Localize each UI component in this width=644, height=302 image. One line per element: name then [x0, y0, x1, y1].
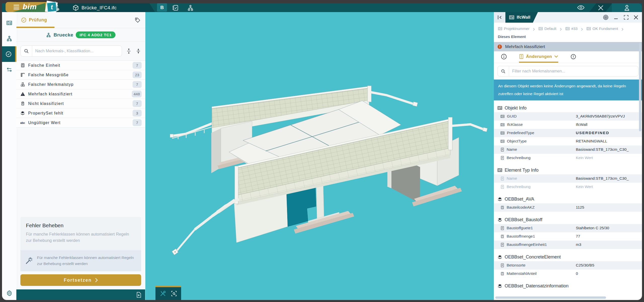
- close-icon[interactable]: [633, 15, 638, 20]
- breadcrumb-item-current[interactable]: Dieses Element: [498, 33, 526, 40]
- unfold-collapse-icon[interactable]: [136, 48, 141, 54]
- sidebar-item-model[interactable]: [2, 15, 16, 31]
- property-row[interactable]: GUID 3_AKRk8V58AB87jrzeVPVJ: [494, 112, 642, 121]
- property-row[interactable]: Baustoffmenge1 77: [494, 232, 642, 241]
- property-row[interactable]: Betonsorte C25/30/B5: [494, 261, 642, 270]
- count-badge: 7: [133, 119, 142, 126]
- model-name[interactable]: Bruecke: [54, 32, 73, 38]
- wall-icon: [500, 114, 505, 119]
- section-oebbset-baustoff: OEBBset_Baustoff Baustoffguete1 Stahlbet…: [494, 216, 642, 249]
- plusminus-doc-icon: [519, 54, 524, 59]
- property-row[interactable]: MattenstahlAnteil 0: [494, 270, 642, 278]
- cube-icon: [72, 5, 79, 11]
- property-row[interactable]: Name Basiswand:STB_173cm_C30_: [494, 145, 642, 154]
- file-download-icon[interactable]: [136, 292, 142, 298]
- breadcrumb-item[interactable]: Projektnummer: [498, 25, 530, 32]
- horizontal-scrollbar[interactable]: [495, 296, 606, 299]
- document-icon: [500, 243, 504, 247]
- chevron-right-icon: [560, 28, 562, 31]
- search-icon[interactable]: [21, 46, 32, 56]
- property-row[interactable]: ObjectType RETAININGWALL: [494, 137, 642, 145]
- list-item-falscher-merkmalstyp[interactable]: Falscher Merkmalstyp 7: [16, 80, 145, 89]
- property-row[interactable]: Beschreibung Kein Wert: [494, 183, 642, 191]
- b-badge[interactable]: B: [157, 3, 167, 12]
- account-button[interactable]: [612, 3, 642, 12]
- list-item-falsche-einheit[interactable]: Falsche Einheit 7: [16, 61, 145, 70]
- section-header[interactable]: OEBBset_ConcreteElement: [494, 253, 642, 261]
- sidebar-item-mapping[interactable]: [2, 62, 16, 78]
- app-logo[interactable]: bim t: [6, 2, 63, 12]
- hierarchy-icon[interactable]: [187, 5, 194, 11]
- scan-search-icon[interactable]: [171, 291, 177, 296]
- tools-icon[interactable]: [160, 290, 166, 297]
- section-element-typ-info: Element Typ Info Name Basiswand:STB_173c…: [494, 166, 642, 191]
- property-row[interactable]: Name Basiswand:STB_173cm_C30_: [494, 174, 642, 183]
- minimize-icon[interactable]: [613, 15, 619, 20]
- hamburger-icon[interactable]: [13, 5, 20, 10]
- list-item-propertyset-fehlt[interactable]: PropertySet fehlt 3: [16, 108, 145, 118]
- check-seal-icon: [21, 17, 27, 23]
- property-filter-input[interactable]: [509, 69, 638, 73]
- list-item-ungueltiger-wert[interactable]: abc Ungültiger Wert 7: [16, 118, 145, 128]
- wall-icon: [509, 15, 514, 20]
- breadcrumb-item[interactable]: Default: [538, 25, 556, 32]
- vertical-scrollbar[interactable]: [639, 43, 641, 131]
- tab-aenderungen-label: Änderungen: [526, 54, 552, 59]
- box-x-icon: [20, 101, 25, 106]
- section-header[interactable]: OEBBset_Datensatzinformation: [494, 282, 642, 290]
- error-class-list: Falsche Einheit 7 Falsche Messgröße 23 F…: [16, 60, 145, 128]
- section-oebbset-concreteelement: OEBBset_ConcreteElement Betonsorte C25/3…: [494, 253, 642, 278]
- abc-icon: abc: [20, 121, 25, 124]
- section-header[interactable]: Element Typ Info: [494, 166, 642, 174]
- checklist-icon[interactable]: [172, 5, 179, 11]
- calculator-icon: [500, 272, 504, 276]
- search-icon[interactable]: [498, 66, 509, 76]
- tag-icon[interactable]: [135, 17, 141, 23]
- rules-notice: An diesem Objekt werden keine Änderungen…: [494, 80, 642, 100]
- tab-pruefung[interactable]: Prüfung: [21, 17, 47, 23]
- left-sidebar: [2, 12, 16, 300]
- property-row[interactable]: Beschreibung Kein Wert: [494, 154, 642, 162]
- pruefung-panel: Prüfung Bruecke IFC 4 ADD2 TC1: [16, 12, 145, 300]
- sidebar-item-structure[interactable]: [2, 31, 16, 46]
- property-row[interactable]: BauteilcodeAKZ 1125: [494, 203, 642, 212]
- section-header[interactable]: Objekt Info: [494, 104, 642, 112]
- layers-icon: [20, 111, 25, 116]
- bridge-model[interactable]: [145, 12, 494, 300]
- property-row[interactable]: Baustoffguete1 Stahlbeton C 25/30: [494, 224, 642, 232]
- document-icon: [500, 176, 504, 181]
- list-item-nicht-klassifiziert[interactable]: Nicht klassifiziert 7: [16, 99, 145, 108]
- close-window-button[interactable]: [589, 3, 612, 12]
- fortsetzen-button[interactable]: Fortsetzen: [20, 274, 141, 286]
- unfold-expand-icon[interactable]: [126, 48, 132, 54]
- collapse-left-icon[interactable]: [494, 12, 505, 23]
- settings-button[interactable]: [2, 290, 16, 296]
- active-tab-underline: [16, 27, 55, 28]
- chevron-down-icon: [554, 55, 558, 58]
- target-icon[interactable]: [603, 14, 609, 20]
- breadcrumb-item[interactable]: #33: [565, 25, 578, 32]
- section-header[interactable]: OEBBset_Baustoff: [494, 216, 642, 224]
- eye-icon[interactable]: [577, 5, 585, 10]
- tab-warnings[interactable]: [570, 51, 576, 63]
- list-item-mehrfach-klassifiziert[interactable]: Mehrfach klassifiziert 448: [16, 89, 145, 99]
- breadcrumb-item[interactable]: OK Fundament: [586, 25, 618, 32]
- count-badge: 448: [132, 91, 142, 97]
- count-badge: 3: [133, 110, 142, 117]
- error-search-input[interactable]: [32, 49, 122, 53]
- wall-icon: [500, 131, 505, 135]
- tab-aenderungen[interactable]: Änderungen: [519, 51, 558, 63]
- viewport-3d[interactable]: [145, 12, 494, 300]
- property-row[interactable]: BaustoffmengeEinheit1 m3: [494, 241, 642, 249]
- ifc-version-badge: IFC 4 ADD2 TC1: [76, 31, 115, 38]
- property-row[interactable]: IfcKlasse IfcWall: [494, 121, 642, 129]
- maximize-icon[interactable]: [623, 15, 629, 20]
- calculator-icon: [20, 63, 25, 68]
- section-header[interactable]: OEBBset_AVA: [494, 195, 642, 203]
- property-row[interactable]: PredefinedType USERDEFINED: [494, 129, 642, 137]
- tab-info[interactable]: [501, 51, 507, 63]
- count-badge: 7: [133, 100, 142, 107]
- list-item-falsche-messgroesse[interactable]: Falsche Messgröße 23: [16, 70, 145, 80]
- wall-icon: [500, 123, 505, 127]
- sidebar-item-pruefung[interactable]: [2, 46, 16, 62]
